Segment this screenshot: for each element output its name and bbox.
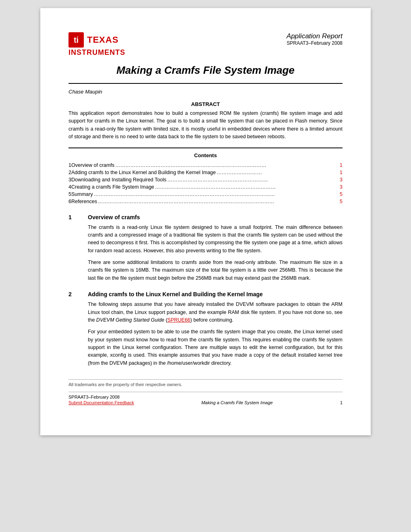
section-2: 2 Adding cramfs to the Linux Kernel and … <box>68 291 342 367</box>
contents-table: 1 Overview of cramfs …………………………………………………… <box>68 162 342 205</box>
toc-row: 2 Adding cramfs to the Linux Kernel and … <box>68 169 342 176</box>
author-name: Chase Maupin <box>68 89 342 95</box>
toc-page: 5 <box>338 191 342 197</box>
footer-top-divider <box>68 379 342 380</box>
toc-num: 2 <box>68 169 71 176</box>
toc-dots: ……………………… <box>217 170 337 175</box>
toc-page: 3 <box>338 184 342 190</box>
submit-feedback-link[interactable]: Submit Documentation Feedback <box>68 400 134 405</box>
toc-entry: Summary ……………………………………………………………………………………… <box>71 191 342 198</box>
app-report-label: Application Report <box>286 32 342 40</box>
toc-row: 3 Downloading and Installing Required To… <box>68 176 342 183</box>
ti-texas-label: TEXAS <box>87 35 118 45</box>
toc-label: Creating a cramfs File System Image <box>71 184 154 190</box>
section-1-para-1: The cramfs is a read-only Linux file sys… <box>88 224 342 255</box>
toc-label: Overview of cramfs <box>71 162 114 168</box>
contents-section: Contents 1 Overview of cramfs …………………………… <box>68 152 342 205</box>
abstract-section: ABSTRACT This application report demonst… <box>68 101 342 141</box>
ti-badge-icon: ti <box>68 32 84 48</box>
toc-entry: References ……………………………………………………………………………… <box>71 198 342 205</box>
toc-num: 6 <box>68 198 71 205</box>
toc-label: Adding cramfs to the Linux Kernel and Bu… <box>71 170 216 175</box>
toc-page: 1 <box>338 162 342 168</box>
section-2-para-1: The following steps assume that you have… <box>88 301 342 324</box>
toc-row: 6 References ………………………………………………………………………… <box>68 198 342 205</box>
toc-row: 1 Overview of cramfs …………………………………………………… <box>68 162 342 169</box>
toc-num: 1 <box>68 162 71 169</box>
toc-dots: …………………………………………………………………………………………… <box>98 199 337 204</box>
toc-row: 4 Creating a cramfs File System Image ……… <box>68 183 342 191</box>
section-1-heading: Overview of cramfs <box>88 214 140 220</box>
section-1-num: 1 <box>68 214 77 220</box>
section-2-num: 2 <box>68 291 77 297</box>
footer-page-num: 1 <box>340 400 342 405</box>
footer-left: SPRAAT3–February 2008 Submit Documentati… <box>68 395 134 405</box>
page-title: Making a Cramfs File System Image <box>68 64 342 77</box>
toc-dots: ……………………………………………………………… <box>155 184 337 190</box>
toc-label: References <box>71 199 97 204</box>
svg-text:ti: ti <box>74 35 79 44</box>
toc-num: 4 <box>68 183 71 191</box>
toc-dots: ……………………………………………………………………………………………… <box>93 191 337 197</box>
spraat3-label: SPRAAT3–February 2008 <box>286 40 342 46</box>
header-right: Application Report SPRAAT3–February 2008 <box>286 32 342 46</box>
footer-bottom: SPRAAT3–February 2008 Submit Documentati… <box>68 392 342 405</box>
ti-logo: ti TEXAS INSTRUMENTS <box>68 32 125 57</box>
page-header: ti TEXAS INSTRUMENTS Application Report … <box>68 32 342 57</box>
contents-divider <box>68 148 342 148</box>
contents-heading: Contents <box>68 152 342 158</box>
toc-entry: Creating a cramfs File System Image …………… <box>71 183 342 191</box>
section-2-para-2: For your embedded system to be able to u… <box>88 328 342 367</box>
toc-num: 3 <box>68 176 71 183</box>
title-divider <box>68 83 342 84</box>
ti-instruments-label: INSTRUMENTS <box>68 48 125 57</box>
footer-trademark: All trademarks are the property of their… <box>68 382 342 387</box>
toc-dots: …………………………………………………… <box>167 177 337 183</box>
page-title-section: Making a Cramfs File System Image <box>68 64 342 77</box>
toc-num: 5 <box>68 191 71 198</box>
section-1: 1 Overview of cramfs The cramfs is a rea… <box>68 214 342 283</box>
toc-label: Summary <box>71 191 93 197</box>
toc-page: 1 <box>338 170 342 175</box>
toc-entry: Overview of cramfs ………………………………………………………… <box>71 162 342 169</box>
toc-row: 5 Summary ………………………………………………………………………………… <box>68 191 342 198</box>
toc-page: 5 <box>338 199 342 204</box>
abstract-heading: ABSTRACT <box>68 101 342 107</box>
toc-label: Downloading and Installing Required Tool… <box>71 177 166 183</box>
toc-page: 3 <box>338 177 342 183</box>
sprue66-link[interactable]: SPRUE66 <box>167 317 190 323</box>
document-page: ti TEXAS INSTRUMENTS Application Report … <box>40 8 371 435</box>
footer-center: Making a Cramfs File System Image <box>138 400 336 405</box>
toc-entry: Adding cramfs to the Linux Kernel and Bu… <box>71 169 342 176</box>
toc-entry: Downloading and Installing Required Tool… <box>71 176 342 183</box>
abstract-text: This application report demonstrates how… <box>68 110 342 141</box>
section-1-para-2: There are some additional limitations to… <box>88 259 342 282</box>
toc-dots: ……………………………………………………………………………… <box>115 162 337 168</box>
section-2-heading: Adding cramfs to the Linux Kernel and Bu… <box>88 291 263 297</box>
